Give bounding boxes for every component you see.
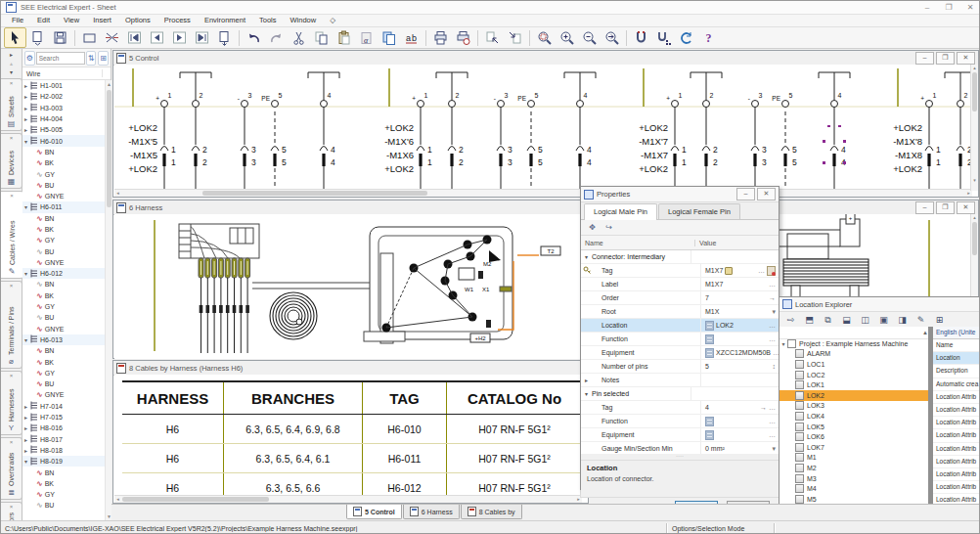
property-value[interactable]: 4→ … [701,404,779,411]
expand-icon[interactable]: ▸ [22,424,29,431]
property-row[interactable]: TagM1X7… [581,264,779,278]
properties-splitter[interactable]: ···· [581,454,779,461]
minimize-icon[interactable]: – [916,1,938,14]
tree-item-wire[interactable]: ∿GNYE [22,191,105,201]
close-icon[interactable]: × [10,282,14,289]
tree-scrollbar[interactable]: ▲ ▼ [105,80,111,520]
restore-icon[interactable]: ❐ [936,52,955,65]
tree-item-wire[interactable]: ∿BU [22,245,105,256]
column-header[interactable]: TAG [363,382,447,414]
expand-icon[interactable]: ▾ [22,203,29,210]
close-icon[interactable]: × [10,79,14,87]
property-section[interactable]: ▾Connector: Intermediary [581,250,779,264]
expand-icon[interactable]: ▾ [780,340,787,347]
paste-attributes-button[interactable]: α [355,27,378,48]
tree-item-harness[interactable]: ▾H6-011 [22,201,105,212]
rectangle-button[interactable] [78,27,101,48]
sidebar-tab-devices[interactable]: ×Devices▦ [1,133,22,189]
sheet-tab-8-cables-by[interactable]: 8 Cables by [461,505,522,519]
goto-sheet-button[interactable] [213,27,236,48]
close-icon[interactable]: ✕ [757,188,776,200]
location-node-lok7[interactable]: LOK7 [780,442,928,453]
tree-column-header[interactable]: Wire [22,67,111,80]
edit-attributes-icon[interactable]: ✎ [913,313,929,328]
property-row[interactable]: RootM1X▾ [581,305,779,319]
control-vscrollbar[interactable]: ▴▾ [970,65,978,191]
tree-item-wire[interactable]: ∿GY [22,368,105,378]
location-root[interactable]: ▾Project : Example Harness Machine [780,338,928,349]
browse-icon[interactable]: … [769,418,776,424]
browse-icon[interactable]: … [769,431,776,438]
sheet-tab-5-control[interactable]: 5 Control [346,505,402,519]
expand-icon[interactable]: ▸ [22,93,29,100]
connector-box[interactable] [179,224,259,258]
column-header[interactable]: CATALOG No [447,382,580,414]
menu-edit[interactable]: Edit [30,15,57,26]
close-icon[interactable]: ✕ [957,201,975,214]
property-row[interactable]: Function… [581,333,779,346]
component-h2[interactable]: +H2 [470,334,490,342]
sidebar-tab-cables-wires[interactable]: ×Cables / Wires✎ [1,191,23,279]
browse-icon[interactable]: ▾ [772,308,776,316]
tab-logical-female-pin[interactable]: Logical Female Pin [658,203,740,219]
revert-icon[interactable]: ↪ [601,220,616,235]
zoom-out-button[interactable] [578,27,601,48]
close-icon[interactable]: × [10,192,14,200]
property-value[interactable]: LOK2… [701,321,779,331]
property-value[interactable]: 0 mm²▾ [701,445,779,453]
menu-process[interactable]: Process [157,15,198,26]
browse-icon[interactable]: ▾ [772,445,776,453]
gear-icon[interactable]: ⚙ [24,51,35,66]
browse-icon[interactable]: → [769,294,776,301]
close-icon[interactable]: × [10,134,14,142]
property-section[interactable]: ▾Pin selected [581,387,779,401]
property-value[interactable]: … [701,430,779,440]
tree-item-wire[interactable]: ∿BN [22,345,105,356]
property-row[interactable]: LocationLOK2… [581,319,779,333]
tree-item-harness[interactable]: ▸H7-014 [22,401,105,412]
previous-sheet-button[interactable] [146,27,168,48]
location-node-m4[interactable]: M4 [780,483,928,494]
tree-item-harness[interactable]: ▸H1-001 [22,80,105,91]
tree-item-wire[interactable]: ∿BK [22,290,105,301]
connector-group[interactable]: +LOK2-M1X'6-M1X6+LOK2+111222-333PE555444 [384,72,596,190]
expand-icon[interactable]: ▸ [22,126,29,133]
browse-icon[interactable]: … [769,281,776,288]
paste-button[interactable] [333,27,355,48]
column-header[interactable]: HARNESS [122,382,224,414]
language-column-header[interactable]: English (Unite [933,327,980,339]
tree-item-harness[interactable]: ▸H8-017 [22,434,105,445]
tree-item-harness[interactable]: ▸H5-005 [22,124,105,135]
location-node-loc1[interactable]: LOC1 [780,359,928,370]
menu-tools[interactable]: Tools [252,15,284,26]
move-location-icon[interactable]: ⬓ [838,313,855,328]
tree-item-wire[interactable]: ∿BK [22,356,105,367]
search-input[interactable] [36,52,85,65]
cables-window-titlebar[interactable]: 8 Cables by Harness (Harness H6) [113,361,588,376]
select-all-icon[interactable]: ▣ [875,313,892,328]
expand-icon[interactable]: ▸ [22,447,29,454]
pin-icon[interactable]: ✥ [585,220,600,235]
tree-item-harness[interactable]: ▸H4-004 [22,113,105,124]
browse-icon[interactable]: … [769,322,776,329]
menu-options[interactable]: Options [118,15,157,26]
property-value[interactable]: M1X7… [701,266,779,276]
location-node-lok6[interactable]: LOK6 [780,431,928,442]
cable-coil[interactable] [270,292,317,339]
tree-item-wire[interactable]: ∿GNYE [22,257,105,268]
expand-icon[interactable]: ▾ [22,138,29,145]
expand-icon[interactable]: ▸ [22,414,29,421]
property-value[interactable]: M1X7… [701,281,779,288]
select-pointer-button[interactable] [4,27,26,48]
tree-item-harness[interactable]: ▾H8-019 [22,456,105,467]
table-row[interactable]: H66.3, 6.5, 6.4, 6.1H6-011H07 RN-F 5G1² [122,444,580,473]
attribute-row[interactable]: Name [933,339,980,352]
last-sheet-button[interactable] [191,27,213,48]
location-node-m5[interactable]: M5 [780,494,928,504]
expand-icon[interactable]: ▸ [22,105,29,111]
attribute-row[interactable]: Automatic crea [933,378,980,391]
tree-item-wire[interactable]: ∿BN [22,467,105,477]
expand-icon[interactable]: ▸ [22,82,29,89]
location-node-lok2[interactable]: LOK2 [780,390,928,401]
connector-group[interactable]: +LOK2-M1X'7-M1X7+LOK2+111222-333PE555444 [639,72,850,190]
